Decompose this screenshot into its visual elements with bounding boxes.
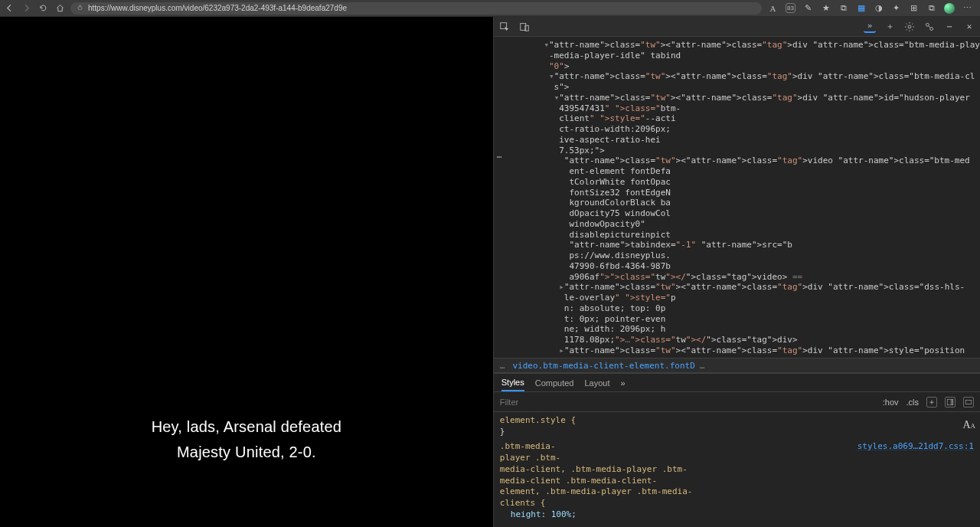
tab-overflow-icon[interactable]: » <box>621 378 626 388</box>
styles-pane: Styles Computed Layout » :hov .cls ＋ AA <box>494 373 980 527</box>
device-toolbar-icon[interactable] <box>518 21 531 33</box>
svg-rect-0 <box>78 7 82 9</box>
extension-icon-1[interactable]: ▦ <box>856 3 866 13</box>
hover-toggle[interactable]: :hov <box>883 398 899 407</box>
tab-styles[interactable]: Styles <box>501 375 524 391</box>
tree-line[interactable]: -media-player-idle" tabind <box>498 51 980 61</box>
elements-tree[interactable]: … ▾"attr-name">class="tw"><"attr-name">c… <box>494 37 980 358</box>
extension-icon-5[interactable]: ⧉ <box>926 3 936 13</box>
rule-btm-media[interactable]: styles.a069…21dd7.css:1 .btm-media- play… <box>500 441 974 521</box>
back-button[interactable] <box>5 4 14 13</box>
styles-filter-row: :hov .cls ＋ <box>494 392 980 412</box>
caption-container: Hey, lads, Arsenal defeated Majesty Unit… <box>0 418 493 461</box>
zoom-badge[interactable]: 83 <box>786 3 795 13</box>
tree-line[interactable]: ne; width: 2096px; h <box>498 324 980 335</box>
tree-line[interactable]: ps://www.disneyplus. <box>498 250 980 261</box>
svg-rect-8 <box>951 399 953 405</box>
tree-line[interactable]: 439547431" ">class="btm- <box>498 103 980 114</box>
tree-line[interactable]: fontSize32 fontEdgeN <box>498 188 980 198</box>
new-style-rule-icon[interactable]: ＋ <box>926 397 937 408</box>
css-declaration[interactable]: height: 100%; <box>500 509 577 519</box>
caption-line-1: Hey, lads, Arsenal defeated <box>152 418 342 436</box>
font-scaling-icon[interactable]: AA <box>962 418 975 433</box>
tree-line[interactable]: dOpacity75 windowCol <box>498 208 980 219</box>
tree-line[interactable]: ive-aspect-ratio-hei <box>498 135 980 146</box>
rule-element-style[interactable]: element.style { } <box>500 415 974 438</box>
cls-toggle[interactable]: .cls <box>906 398 920 407</box>
tree-line[interactable]: "attr-name">class="tw"><"attr-name">clas… <box>498 155 980 166</box>
activity-icon[interactable] <box>923 21 936 33</box>
styles-filter-input[interactable] <box>500 398 875 407</box>
tab-computed[interactable]: Computed <box>535 375 574 391</box>
inspect-element-icon[interactable] <box>498 21 511 33</box>
tree-line[interactable]: ▾"attr-name">class="tw"><"attr-name">cla… <box>498 71 980 82</box>
tree-line[interactable]: ▸"attr-name">class="tw"><"attr-name">cla… <box>498 345 980 356</box>
tree-line[interactable]: 47990-6fbd-4364-987b <box>498 261 980 272</box>
extension-icon-4[interactable]: ⊞ <box>909 3 919 13</box>
breadcrumb-selected[interactable]: video.btm-media-client-element.fontD <box>512 361 694 371</box>
tree-line[interactable]: ▸"attr-name">class="tw"><"attr-name">cla… <box>498 282 980 293</box>
tree-line[interactable]: s"> <box>498 82 980 93</box>
tree-line[interactable]: a906af">">class="tw"></">class="tag">vid… <box>498 272 980 283</box>
tree-line[interactable]: ent-element fontDefa <box>498 166 980 177</box>
tree-line[interactable]: 7.53px;"> <box>498 146 980 156</box>
translate-icon[interactable]: ✎ <box>803 3 813 13</box>
source-link[interactable]: styles.a069…21dd7.css:1 <box>858 441 974 453</box>
computed-sidebar-icon[interactable] <box>945 397 956 408</box>
extension-icon-3[interactable]: ✦ <box>891 3 901 13</box>
tree-line[interactable]: ct-ratio-width:2096px; <box>498 124 980 135</box>
content-split: Hey, lads, Arsenal defeated Majesty Unit… <box>0 17 980 527</box>
add-tab-icon[interactable]: ＋ <box>884 21 896 33</box>
tree-line[interactable]: client" ">style="--acti <box>498 113 980 124</box>
caption-line-2: Majesty United, 2-0. <box>177 444 316 461</box>
devtools-toolbar: » ＋ ⋯ ✕ <box>494 17 980 37</box>
home-button[interactable] <box>55 4 64 13</box>
tree-line[interactable]: "attr-name">tabindex="-1" "attr-name">sr… <box>498 240 980 250</box>
toolbar-right-group: A 83 ✎ ★ ⧉ ▦ ◑ ✦ ⊞ ⧉ ⋯ <box>768 3 975 14</box>
profile-avatar[interactable] <box>944 3 955 14</box>
settings-gear-icon[interactable] <box>903 21 916 33</box>
tree-line[interactable]: ▾"attr-name">class="tw"><"attr-name">cla… <box>498 40 980 51</box>
styles-tab-bar: Styles Computed Layout » <box>494 374 980 392</box>
reader-mode-button[interactable]: A <box>768 3 778 13</box>
devtools-panel: » ＋ ⋯ ✕ … ▾"attr-name">class="tw"><"attr… <box>493 17 980 527</box>
tree-line[interactable]: "0"> <box>498 61 980 72</box>
favorites-icon[interactable]: ★ <box>821 3 831 13</box>
breadcrumb-more-icon[interactable]: … <box>500 361 505 371</box>
rendering-emulation-icon[interactable] <box>963 397 974 408</box>
tree-line[interactable]: ▾"attr-name">class="tw"><"attr-name">cla… <box>498 93 980 103</box>
svg-point-6 <box>930 27 933 30</box>
rule-close: } <box>500 427 505 437</box>
address-bar[interactable]: https://www.disneyplus.com/video/6232a97… <box>70 2 762 15</box>
tree-line[interactable]: disablepictureinpict <box>498 230 980 241</box>
close-devtools-icon[interactable]: ✕ <box>963 21 975 33</box>
gutter-ellipsis-icon: … <box>497 150 503 161</box>
refresh-button[interactable] <box>38 4 47 13</box>
more-tabs-icon[interactable]: » <box>864 21 876 33</box>
extension-icon-2[interactable]: ◑ <box>874 3 884 13</box>
tree-line[interactable]: le-overlay" ">style="p <box>498 293 980 303</box>
elements-breadcrumb[interactable]: … video.btm-media-client-element.fontD … <box>494 358 980 373</box>
breadcrumb-trail[interactable]: … <box>700 361 705 371</box>
svg-point-5 <box>926 23 929 26</box>
forward-button[interactable] <box>21 4 31 13</box>
collections-icon[interactable]: ⧉ <box>838 3 848 13</box>
styles-rules[interactable]: AA element.style { } styles.a069…21dd7.c… <box>494 412 980 527</box>
video-player[interactable]: Hey, lads, Arsenal defeated Majesty Unit… <box>0 17 493 527</box>
tab-layout[interactable]: Layout <box>585 375 610 391</box>
nav-button-group <box>5 4 64 13</box>
url-text: https://www.disneyplus.com/video/6232a97… <box>88 4 347 12</box>
tree-line[interactable]: kgroundColorBlack ba <box>498 198 980 208</box>
lock-icon <box>77 4 83 12</box>
tree-line[interactable]: t: 0px; pointer-even <box>498 314 980 325</box>
more-menu-icon[interactable]: ⋯ <box>943 21 956 33</box>
tree-line[interactable]: 1178.08px;">…">class="tw"></">class="tag… <box>498 335 980 345</box>
svg-point-4 <box>908 25 911 28</box>
rule-selector: .btm-media- player .btm- media-client, .… <box>500 441 693 508</box>
app-menu-button[interactable]: ⋯ <box>962 3 972 13</box>
browser-toolbar: https://www.disneyplus.com/video/6232a97… <box>0 0 980 17</box>
tree-line[interactable]: lute; inset: 0px; ov <box>498 356 980 358</box>
tree-line[interactable]: tColorWhite fontOpac <box>498 177 980 188</box>
tree-line[interactable]: windowOpacity0" <box>498 219 980 230</box>
tree-line[interactable]: n: absolute; top: 0p <box>498 303 980 314</box>
